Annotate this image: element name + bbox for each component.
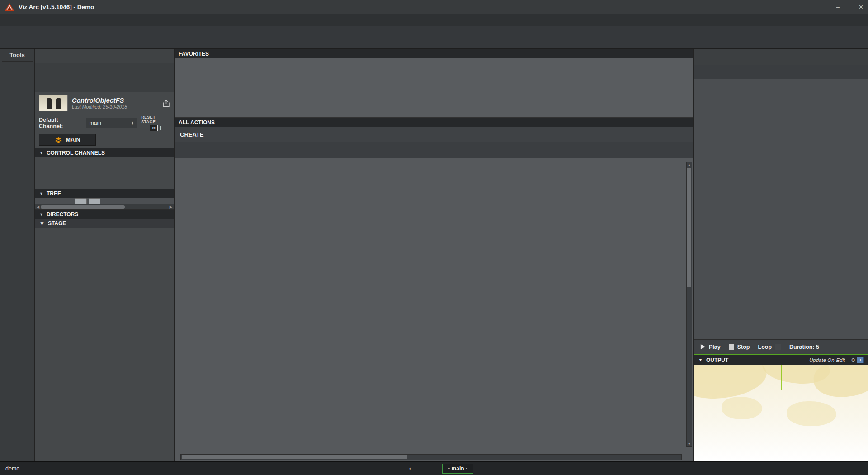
reset-stage-control: RESET STAGE OI — [141, 115, 170, 131]
loop-toggle[interactable]: Loop — [758, 344, 782, 350]
scene-thumbnail — [39, 95, 68, 111]
collapse-triangle-icon: ▼ — [39, 220, 45, 227]
default-channel-label: Default Channel: — [39, 117, 82, 129]
directors-header[interactable]: ▼ DIRECTORS — [35, 210, 174, 219]
play-icon — [700, 344, 706, 350]
loop-checkbox[interactable] — [775, 344, 781, 350]
status-bar: demo ▲▼ - main - — [0, 461, 868, 475]
update-off-toggle[interactable]: O — [851, 358, 855, 363]
tool-rail-title: Tools — [2, 49, 33, 62]
playlist-scripting-tabs — [694, 49, 868, 65]
main-channel-badge[interactable]: - main - — [442, 464, 473, 474]
stop-icon — [729, 344, 734, 350]
titlebar: Viz Arc [v1.5.1046] - Demo – ✕ — [0, 0, 868, 14]
open-scenes-strip — [35, 63, 174, 92]
reset-stage-label: RESET STAGE — [141, 115, 170, 124]
board-vertical-scrollbar[interactable]: ▲▼ — [686, 162, 692, 447]
scene-panel: ControlObjectFS Last Modified: 25-10-201… — [35, 49, 175, 461]
window-title: Viz Arc [v1.5.1046] - Demo — [19, 4, 94, 10]
minimize-button[interactable]: – — [836, 4, 840, 10]
current-show-label[interactable]: demo — [5, 466, 19, 472]
control-channels-header[interactable]: ▼ CONTROL CHANNELS — [35, 148, 174, 157]
create-toolbar: CREATE — [175, 127, 693, 142]
collapse-triangle-icon: ▼ — [39, 212, 43, 217]
chevron-updown-icon: ▲▼ — [131, 121, 134, 125]
menu-bar — [0, 14, 868, 26]
maximize-button[interactable] — [847, 5, 851, 9]
layers-icon — [55, 137, 62, 143]
duration-value: Duration: 5 — [789, 344, 819, 350]
scene-info: ControlObjectFS Last Modified: 25-10-201… — [35, 92, 174, 114]
close-button[interactable]: ✕ — [859, 4, 863, 10]
tool-rail: Tools — [0, 49, 35, 461]
action-board: ▲▼ — [175, 158, 693, 454]
tree-row-clipped — [35, 198, 174, 204]
tree-header[interactable]: ▼ TREE — [35, 189, 174, 198]
update-on-edit-label: Update On-Edit — [809, 357, 845, 363]
playlist-panel: Play Stop Loop Duration: 5 ▼ OUTPUT Upda… — [694, 49, 868, 461]
output-preview — [694, 365, 868, 461]
reset-stage-on-toggle[interactable]: I — [160, 126, 161, 131]
board-horizontal-scrollbar[interactable] — [180, 454, 682, 460]
update-on-toggle[interactable]: I — [857, 357, 864, 363]
show-spinner-icon[interactable]: ▲▼ — [409, 467, 411, 470]
center-marker-line — [781, 365, 782, 390]
reset-stage-off-toggle[interactable]: O — [150, 125, 158, 131]
all-actions-header: ALL ACTIONS — [175, 118, 693, 127]
output-header[interactable]: ▼ OUTPUT Update On-Edit O I — [694, 355, 868, 365]
main-layer-button[interactable]: MAIN — [39, 134, 96, 146]
collapse-triangle-icon: ▼ — [39, 191, 43, 196]
transport-controls: Play Stop Loop Duration: 5 — [694, 339, 868, 354]
play-button[interactable]: Play — [700, 344, 721, 350]
stage-header[interactable]: ▼ STAGE — [35, 219, 174, 228]
collapse-triangle-icon: ▼ — [39, 151, 43, 155]
main-toolbar — [0, 26, 868, 49]
favorites-header: FAVORITES — [175, 49, 693, 58]
viz-arc-window: Viz Arc [v1.5.1046] - Demo – ✕ Tools Con… — [0, 0, 868, 475]
create-label: CREATE — [180, 131, 203, 138]
default-channel-select[interactable]: main ▲▼ — [86, 118, 137, 128]
playlist-page-tabs — [694, 65, 868, 79]
stop-button[interactable]: Stop — [729, 344, 750, 350]
export-scene-icon[interactable] — [162, 100, 170, 107]
scene-modified: Last Modified: 25-10-2018 — [72, 104, 127, 109]
actions-panel: FAVORITES ALL ACTIONS CREATE ▲▼ — [175, 49, 694, 461]
default-channel-row: Default Channel: main ▲▼ RESET STAGE OI — [35, 114, 174, 133]
app-logo-icon — [5, 3, 14, 11]
scene-name: ControlObjectFS — [72, 97, 127, 104]
tree-horizontal-scrollbar[interactable]: ◀▶ — [35, 204, 174, 210]
favorites-area — [175, 58, 693, 118]
scene-template-tabs — [35, 49, 174, 63]
collapse-triangle-icon: ▼ — [698, 358, 703, 362]
action-page-tabs — [175, 142, 693, 158]
